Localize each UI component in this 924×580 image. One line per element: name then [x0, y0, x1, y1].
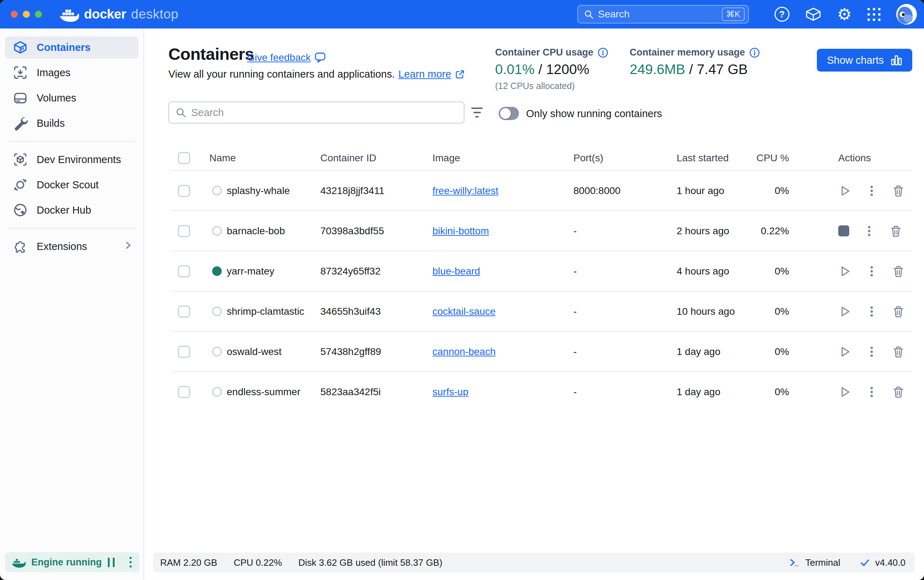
docker-whale-icon	[59, 7, 79, 22]
containers-table: Name Container ID Image Port(s) Last sta…	[171, 146, 912, 412]
settings-gear-icon[interactable]: ⚙	[837, 6, 852, 22]
row-checkbox[interactable]	[178, 265, 190, 277]
search-shortcut-badge: ⌘K	[722, 7, 745, 21]
row-menu-kebab-icon[interactable]	[865, 305, 878, 318]
sidebar-item-label: Dev Environments	[37, 154, 121, 166]
row-checkbox[interactable]	[178, 346, 190, 358]
update-check-icon	[860, 558, 870, 568]
builds-wrench-icon	[13, 116, 28, 131]
container-id: 70398a3bdf55	[321, 226, 432, 237]
image-link[interactable]: blue-beard	[432, 265, 480, 277]
sidebar-item-docker-hub[interactable]: Docker Hub	[5, 199, 138, 221]
container-search-input[interactable]	[191, 107, 457, 119]
image-link[interactable]: bikini-bottom	[432, 226, 489, 236]
delete-container-trash-icon[interactable]	[892, 385, 905, 399]
engine-status-label: Engine running	[31, 557, 102, 568]
dev-environments-icon	[13, 152, 28, 167]
sidebar-item-builds[interactable]: Builds	[5, 112, 138, 134]
learning-center-icon[interactable]	[805, 7, 822, 22]
minimize-window-button[interactable]	[23, 11, 30, 18]
stop-container-icon[interactable]	[838, 226, 849, 236]
delete-container-trash-icon[interactable]	[892, 184, 905, 198]
sidebar-item-containers[interactable]: Containers	[5, 36, 138, 58]
delete-container-trash-icon[interactable]	[889, 224, 903, 238]
column-header-ports[interactable]: Port(s)	[558, 152, 661, 164]
column-header-last-started[interactable]: Last started	[661, 152, 743, 164]
container-search-field[interactable]	[168, 102, 464, 124]
table-row[interactable]: endless-summer 5823aa342f5i surfs-up - 1…	[171, 371, 912, 412]
row-checkbox[interactable]	[178, 185, 190, 197]
row-checkbox[interactable]	[178, 386, 190, 398]
image-link[interactable]: free-willy:latest	[432, 185, 498, 196]
brand-name: docker	[84, 7, 126, 22]
row-checkbox[interactable]	[178, 225, 190, 237]
last-started: 1 day ago	[661, 386, 743, 398]
more-apps-grid-icon[interactable]	[867, 8, 881, 21]
global-search[interactable]: Search ⌘K	[577, 5, 749, 23]
start-container-play-icon[interactable]	[838, 345, 852, 359]
zoom-window-button[interactable]	[35, 11, 42, 18]
row-menu-kebab-icon[interactable]	[865, 345, 878, 359]
column-header-cpu[interactable]: CPU %	[743, 152, 807, 164]
cpu-limit-value: 1200%	[546, 62, 589, 77]
info-icon[interactable]	[749, 47, 760, 58]
delete-container-trash-icon[interactable]	[892, 265, 905, 278]
row-menu-kebab-icon[interactable]	[865, 385, 878, 399]
column-header-name[interactable]: Name	[209, 152, 321, 164]
image-link[interactable]: cannon-beach	[432, 346, 495, 357]
column-header-container-id[interactable]: Container ID	[321, 152, 432, 164]
container-cpu-usage-stat: Container CPU usage 0.01% / 1200% (12 CP…	[495, 47, 608, 91]
info-icon[interactable]	[598, 47, 608, 58]
table-row[interactable]: yarr-matey 87324y65ff32 blue-beard - 4 h…	[171, 250, 912, 291]
row-menu-kebab-icon[interactable]	[865, 184, 878, 198]
sidebar-item-images[interactable]: Images	[5, 62, 138, 84]
container-status-dot	[212, 226, 222, 236]
cpu-percent: 0%	[743, 185, 807, 196]
terminal-button[interactable]: Terminal	[805, 557, 840, 568]
containers-cube-icon	[13, 40, 28, 55]
start-container-play-icon[interactable]	[838, 305, 852, 318]
select-all-checkbox[interactable]	[178, 152, 190, 164]
memory-limit-value: 7.47 GB	[697, 62, 748, 77]
row-checkbox[interactable]	[178, 305, 190, 318]
brand-suffix: desktop	[131, 7, 178, 22]
status-bar: RAM 2.20 GB CPU 0.22% Disk 3.62 GB used …	[153, 553, 915, 573]
column-header-image[interactable]: Image	[432, 152, 558, 164]
filter-icon[interactable]	[471, 107, 483, 117]
start-container-play-icon[interactable]	[838, 385, 852, 399]
delete-container-trash-icon[interactable]	[892, 345, 905, 359]
close-window-button[interactable]	[11, 11, 18, 18]
last-started: 1 day ago	[661, 346, 743, 358]
search-icon	[176, 107, 186, 118]
image-link[interactable]: surfs-up	[432, 386, 469, 397]
container-status-dot	[212, 306, 222, 316]
help-icon[interactable]: ?	[774, 7, 789, 22]
show-charts-button[interactable]: Show charts	[817, 49, 912, 72]
row-menu-kebab-icon[interactable]	[862, 224, 876, 238]
version-label[interactable]: v4.40.0	[875, 557, 906, 568]
table-row[interactable]: oswald-west 57438h2gff89 cannon-beach - …	[171, 331, 912, 371]
table-row[interactable]: barnacle-bob 70398a3bdf55 bikini-bottom …	[171, 211, 912, 250]
table-row[interactable]: shrimp-clamtastic 34655h3uif43 cocktail-…	[171, 291, 912, 331]
sidebar-item-extensions[interactable]: Extensions	[5, 236, 138, 257]
pause-engine-icon[interactable]	[108, 558, 115, 567]
start-container-play-icon[interactable]	[838, 184, 852, 198]
window-controls	[11, 11, 42, 18]
table-row[interactable]: splashy-whale 43218j8jjf3411 free-willy:…	[171, 170, 912, 211]
sidebar: Containers Images Volume	[0, 28, 144, 580]
start-container-play-icon[interactable]	[838, 265, 852, 278]
container-name: shrimp-clamtastic	[227, 306, 304, 317]
cpu-used-value: 0.01%	[495, 62, 534, 77]
engine-menu-kebab-icon[interactable]	[130, 557, 132, 568]
user-avatar[interactable]	[896, 4, 917, 25]
sidebar-item-docker-scout[interactable]: Docker Scout	[5, 174, 138, 196]
running-only-toggle[interactable]	[499, 107, 519, 120]
learn-more-link[interactable]: Learn more	[398, 68, 451, 80]
row-menu-kebab-icon[interactable]	[865, 265, 878, 278]
sidebar-item-volumes[interactable]: Volumes	[5, 87, 138, 109]
delete-container-trash-icon[interactable]	[892, 305, 905, 318]
image-link[interactable]: cocktail-sauce	[432, 306, 495, 317]
search-icon	[584, 9, 594, 19]
sidebar-item-dev-environments[interactable]: Dev Environments	[5, 148, 138, 171]
give-feedback-link[interactable]: Give feedback	[247, 52, 311, 63]
